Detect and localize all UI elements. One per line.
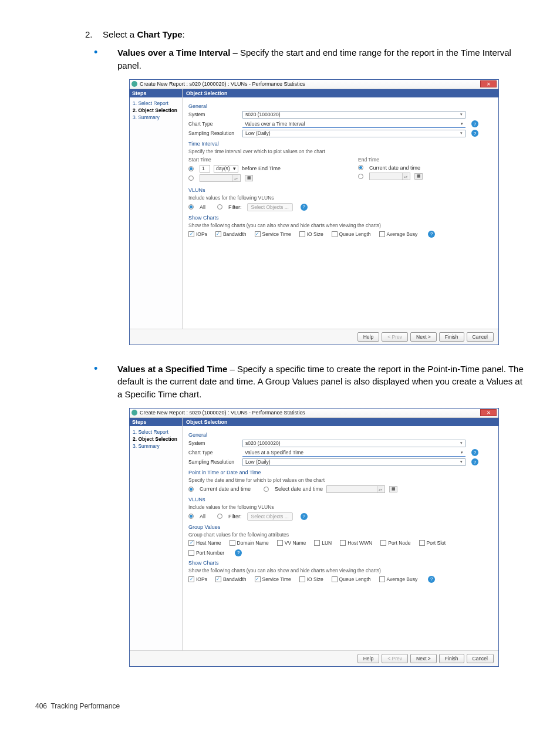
- queue-length-checkbox[interactable]: [332, 576, 338, 582]
- content-pane: Object Selection General System s020 (10…: [183, 89, 498, 329]
- system-select[interactable]: s020 (1000020)▾: [242, 111, 465, 119]
- show-charts-row: IOPs Bandwidth Service Time IO Size Queu…: [188, 576, 492, 583]
- show-charts-row: IOPs Bandwidth Service Time IO Size Queu…: [188, 231, 492, 238]
- help-icon[interactable]: ?: [428, 231, 435, 238]
- titlebar: Create New Report : s020 (1000020) : VLU…: [130, 80, 498, 89]
- close-icon[interactable]: ✕: [480, 80, 497, 87]
- host-wwn-checkbox[interactable]: [340, 540, 346, 546]
- start-unit-select[interactable]: day(s)▾: [214, 165, 238, 173]
- footer-section: Tracking Performance: [50, 702, 120, 710]
- vluns-filter-radio[interactable]: [217, 514, 222, 519]
- vluns-all-radio[interactable]: [188, 514, 194, 519]
- bullet-icon: •: [94, 46, 117, 72]
- calendar-icon[interactable]: ▦: [414, 173, 423, 180]
- chart-type-select[interactable]: Values at a Specified Time▾: [242, 449, 465, 457]
- end-datetime-radio[interactable]: [358, 174, 363, 179]
- domain-name-checkbox[interactable]: [230, 540, 235, 546]
- queue-length-checkbox[interactable]: [332, 231, 338, 237]
- steps-sidebar: Steps 1. Select Report 2. Object Selecti…: [130, 89, 183, 329]
- chevron-down-icon: ▾: [460, 112, 463, 117]
- bandwidth-checkbox[interactable]: [215, 231, 221, 237]
- help-icon[interactable]: ?: [471, 458, 478, 465]
- next-button[interactable]: Next >: [410, 332, 437, 342]
- vv-name-checkbox[interactable]: [277, 540, 283, 546]
- end-datetime-input[interactable]: ▴▾: [369, 173, 410, 180]
- steps-sidebar: Steps 1. Select Report 2. Object Selecti…: [130, 418, 183, 650]
- dialog-footer: Help < Prev Next > Finish Cancel: [130, 329, 498, 345]
- pit-datetime-input[interactable]: ▴▾: [326, 485, 385, 493]
- finish-button[interactable]: Finish: [439, 654, 464, 663]
- content-pane: Object Selection General System s020 (10…: [183, 418, 498, 650]
- iops-checkbox[interactable]: [188, 231, 194, 237]
- sidebar-item-select-report[interactable]: 1. Select Report: [133, 428, 179, 436]
- sidebar-item-summary[interactable]: 3. Summary: [133, 443, 179, 450]
- calendar-icon[interactable]: ▦: [389, 486, 397, 492]
- sidebar-item-select-report[interactable]: 1. Select Report: [133, 100, 179, 107]
- service-time-checkbox[interactable]: [255, 231, 261, 237]
- pit-current-radio[interactable]: [188, 487, 194, 492]
- average-busy-checkbox[interactable]: [379, 576, 385, 582]
- calendar-icon[interactable]: ▦: [245, 175, 253, 181]
- port-node-checkbox[interactable]: [380, 540, 386, 546]
- average-busy-checkbox[interactable]: [379, 231, 385, 237]
- help-button[interactable]: Help: [357, 332, 379, 342]
- chart-type-select[interactable]: Values over a Time Interval▾: [242, 120, 465, 128]
- help-icon[interactable]: ?: [428, 576, 435, 583]
- io-size-checkbox[interactable]: [299, 576, 305, 582]
- help-icon[interactable]: ?: [301, 204, 308, 211]
- help-button[interactable]: Help: [357, 654, 379, 663]
- sidebar-item-summary[interactable]: 3. Summary: [133, 114, 179, 121]
- select-objects-button[interactable]: Select Objects ...: [247, 512, 293, 521]
- group-values-row: Host Name Domain Name VV Name LUN Host W…: [188, 540, 492, 556]
- vluns-all-radio[interactable]: [188, 204, 194, 210]
- dialog-footer: Help < Prev Next > Finish Cancel: [130, 650, 498, 666]
- next-button[interactable]: Next >: [410, 654, 437, 663]
- bullet-item-specified-time: • Values at a Specified Time – Specify a…: [94, 363, 525, 401]
- chevron-down-icon: ▾: [461, 121, 463, 126]
- help-icon[interactable]: ?: [301, 513, 308, 520]
- prev-button[interactable]: < Prev: [382, 332, 408, 342]
- io-size-checkbox[interactable]: [299, 231, 305, 237]
- start-datetime-input[interactable]: ▴▾: [200, 174, 241, 182]
- help-icon[interactable]: ?: [471, 120, 478, 127]
- page-footer: 406 Tracking Performance: [35, 702, 525, 710]
- iops-checkbox[interactable]: [188, 576, 194, 582]
- port-number-checkbox[interactable]: [188, 550, 194, 556]
- bullet-icon: •: [94, 363, 117, 401]
- help-icon[interactable]: ?: [235, 549, 242, 556]
- step-text: Select a Chart Type:: [103, 29, 185, 39]
- cancel-button[interactable]: Cancel: [467, 332, 494, 342]
- step-number: 2.: [85, 29, 103, 39]
- page-number: 406: [35, 702, 47, 710]
- finish-button[interactable]: Finish: [439, 332, 464, 342]
- start-qty-input[interactable]: 1: [200, 165, 210, 173]
- cancel-button[interactable]: Cancel: [467, 654, 494, 663]
- app-icon: [131, 410, 137, 416]
- chevron-down-icon: ▾: [460, 460, 463, 464]
- sidebar-item-object-selection[interactable]: 2. Object Selection: [133, 107, 179, 114]
- port-slot-checkbox[interactable]: [419, 540, 425, 546]
- host-name-checkbox[interactable]: [188, 540, 194, 546]
- prev-button[interactable]: < Prev: [382, 654, 408, 663]
- service-time-checkbox[interactable]: [255, 576, 261, 582]
- titlebar: Create New Report : s020 (1000020) : VLU…: [130, 409, 498, 418]
- select-objects-button[interactable]: Select Objects ...: [247, 203, 293, 211]
- chevron-down-icon: ▾: [460, 131, 463, 136]
- system-select[interactable]: s020 (1000020)▾: [242, 440, 465, 447]
- numbered-step: 2. Select a Chart Type:: [85, 29, 525, 39]
- sampling-select[interactable]: Low (Daily)▾: [242, 458, 465, 466]
- help-icon[interactable]: ?: [471, 449, 478, 456]
- end-current-radio[interactable]: [358, 165, 363, 170]
- close-icon[interactable]: ✕: [480, 409, 497, 416]
- bandwidth-checkbox[interactable]: [215, 576, 221, 582]
- start-relative-radio[interactable]: [188, 166, 194, 171]
- help-icon[interactable]: ?: [471, 130, 478, 137]
- sampling-select[interactable]: Low (Daily)▾: [242, 130, 465, 137]
- sidebar-item-object-selection[interactable]: 2. Object Selection: [133, 436, 179, 443]
- app-icon: [131, 81, 137, 87]
- bullet-item-time-interval: • Values over a Time Interval – Specify …: [94, 46, 525, 72]
- pit-select-radio[interactable]: [264, 487, 269, 492]
- vluns-filter-radio[interactable]: [217, 204, 222, 210]
- lun-checkbox[interactable]: [314, 540, 320, 546]
- start-datetime-radio[interactable]: [188, 175, 194, 181]
